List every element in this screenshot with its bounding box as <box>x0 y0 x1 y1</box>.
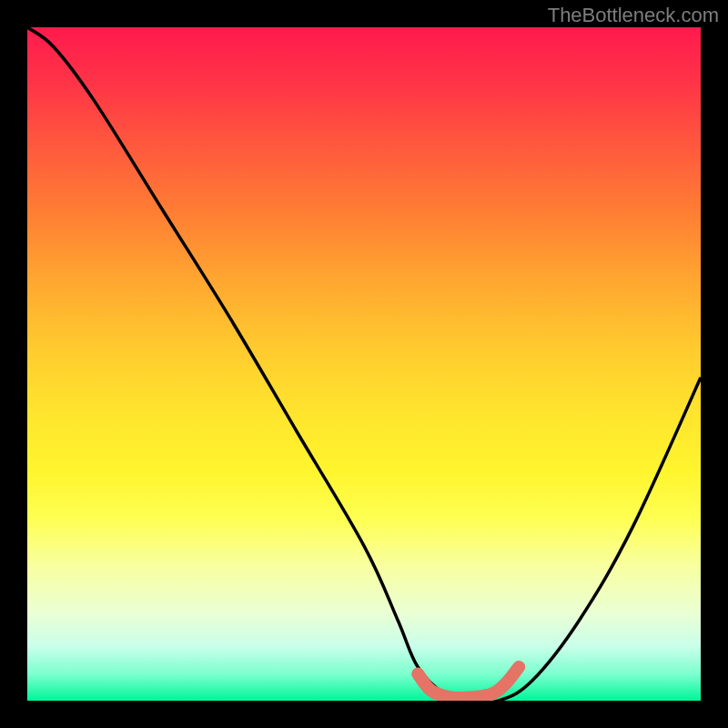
bottleneck-curve <box>27 27 701 701</box>
plot-area <box>27 27 701 701</box>
watermark-text: TheBottleneck.com <box>548 4 719 27</box>
chart-container: TheBottleneck.com <box>0 0 728 728</box>
curve-svg <box>27 27 701 701</box>
optimal-range-marker <box>418 667 519 698</box>
